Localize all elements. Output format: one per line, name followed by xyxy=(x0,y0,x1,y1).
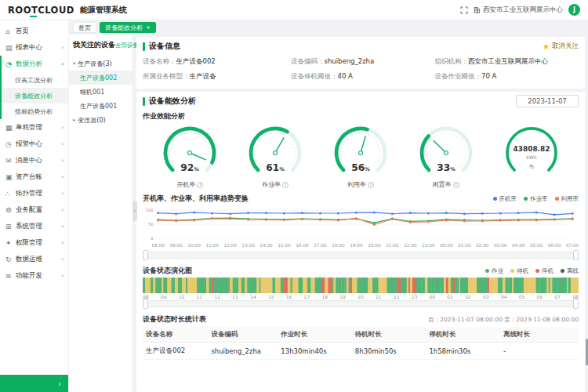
table-cell: shuibeng_2zha xyxy=(208,347,278,355)
chevron-down-icon: ∨ xyxy=(61,142,64,146)
slider-handle-right[interactable] xyxy=(573,250,579,260)
org-switcher[interactable]: 西安市工业互联网展示中心 xyxy=(474,5,563,15)
svg-text:20:00: 20:00 xyxy=(368,243,381,248)
sidebar-collapse-button[interactable]: ‹ xyxy=(0,375,68,392)
svg-text:50: 50 xyxy=(148,222,154,227)
legend-开机率[interactable]: 开机率 xyxy=(493,195,517,203)
axis-tick-label: 02 xyxy=(465,294,471,299)
sidebar-item-report[interactable]: ▤报表中心∨ xyxy=(2,39,68,56)
svg-text:14:00: 14:00 xyxy=(260,243,273,248)
info-icon[interactable]: i xyxy=(197,182,203,188)
watched-devices-title: 我关注的设备 xyxy=(73,40,115,50)
sidebar-item-analysis[interactable]: ◔数据分析∧ xyxy=(2,56,68,72)
watched-devices-panel: 我关注的设备 全部设备 ▾生产设备(3)生产设备002螺机001生产设备001▸… xyxy=(69,34,133,392)
top-header: ROOTCLOUD 能源管理系统 西安市工业互联网展示中心 J xyxy=(0,0,588,20)
sidebar-item-consumption[interactable]: ▦单耗管理∨ xyxy=(2,119,68,136)
table-cell: 生产设备002 xyxy=(143,347,208,356)
svg-text:61%: 61% xyxy=(266,163,285,174)
legend-停机[interactable]: 停机 xyxy=(535,267,554,275)
chevron-down-icon: ∨ xyxy=(61,208,64,212)
status-zoom-slider[interactable] xyxy=(143,300,579,307)
info-icon[interactable]: i xyxy=(368,182,374,188)
axis-tick-label: 01 xyxy=(447,294,453,299)
chevron-up-icon: ∧ xyxy=(61,62,64,66)
axis-tick-label: 04 xyxy=(501,294,507,299)
topology-icon: ∴ xyxy=(5,190,14,198)
svg-text:56%: 56% xyxy=(351,163,370,174)
sidebar-subitem[interactable]: 指标趋势分析 xyxy=(2,103,68,119)
legend-离线[interactable]: 离线 xyxy=(561,267,579,275)
sidebar-item-dataops[interactable]: ↻数据运维∨ xyxy=(2,251,68,267)
home-icon: ⌂ xyxy=(5,27,14,35)
device-tree-group[interactable]: ▸变压器(0) xyxy=(69,113,132,127)
date-picker[interactable]: 2023-11-07 xyxy=(516,95,579,107)
svg-text:15:00: 15:00 xyxy=(278,243,291,248)
tab-active[interactable]: 设备能效分析× xyxy=(100,22,156,33)
gauge-dial: 61% xyxy=(238,123,312,186)
tab-item[interactable]: 首页 xyxy=(73,22,96,33)
svg-text:92%: 92% xyxy=(181,163,200,174)
sidebar-item-dev[interactable]: ≡功能开发∨ xyxy=(2,267,68,284)
chevron-left-icon: ‹ xyxy=(58,379,61,388)
svg-text:100: 100 xyxy=(145,208,154,212)
sidebar-item-asset[interactable]: ▣资产台账∨ xyxy=(2,169,68,185)
trend-line-chart[interactable]: 05010008:0009:0010:0011:0012:0013:0014:0… xyxy=(136,205,585,251)
info-icon[interactable]: i xyxy=(282,182,289,188)
system-icon: ⊞ xyxy=(5,223,14,230)
legend-dot xyxy=(524,197,528,201)
sidebar-subitem[interactable]: 仪表工况分析 xyxy=(2,72,68,88)
axis-tick-label: 12 xyxy=(214,294,220,299)
section-accent-bar xyxy=(143,97,145,106)
unfollow-button[interactable]: ★ 取消关注 xyxy=(543,42,579,51)
svg-text:09:00: 09:00 xyxy=(169,243,183,248)
svg-text:kWh: kWh xyxy=(526,154,537,160)
slider-handle-left[interactable] xyxy=(143,250,148,260)
performance-subtitle: 作业效能分析 xyxy=(136,111,585,122)
axis-tick-label: 10 xyxy=(179,294,185,299)
avatar[interactable]: J xyxy=(568,4,580,16)
axis-tick-label: 00 xyxy=(430,294,436,299)
table-row[interactable]: 生产设备002shuibeng_2zha13h30min40s8h30min50… xyxy=(143,343,579,360)
app-window: ROOTCLOUD 能源管理系统 西安市工业互联网展示中心 J ⌂首页▤报表中心… xyxy=(0,0,588,392)
close-icon[interactable]: × xyxy=(146,24,151,31)
legend-待机[interactable]: 待机 xyxy=(510,267,528,275)
table-col-header: 待机时长 xyxy=(352,330,426,339)
sidebar-item-message[interactable]: ✉消息中心∨ xyxy=(2,152,68,169)
building-icon xyxy=(474,6,481,13)
main-sidebar: ⌂首页▤报表中心∨◔数据分析∧仪表工况分析设备能效分析指标趋势分析▦单耗管理∨◷… xyxy=(0,20,69,392)
sidebar-item-topology[interactable]: ∴拓扑管理∨ xyxy=(2,185,68,201)
axis-tick-label: 21 xyxy=(376,294,382,299)
sidebar-item-alarm[interactable]: ◷报警中心∨ xyxy=(2,136,68,152)
status-strip-chart[interactable] xyxy=(136,278,585,293)
status-duration-table: 设备名称设备编码作业时长待机时长停机时长离线时长 生产设备002shuibeng… xyxy=(143,327,579,360)
sidebar-item-permission[interactable]: ✦权限管理∨ xyxy=(2,234,68,251)
device-tree-group[interactable]: ▾生产设备(3) xyxy=(69,56,132,71)
section-accent-bar xyxy=(143,42,145,51)
sidebar-item-config[interactable]: ⚙业务配置∨ xyxy=(2,201,68,218)
legend-作业率[interactable]: 作业率 xyxy=(524,195,548,203)
legend-利用率[interactable]: 利用率 xyxy=(555,195,579,203)
slider-handle-left[interactable] xyxy=(143,299,148,309)
sidebar-item-system[interactable]: ⊞系统管理∨ xyxy=(2,218,68,234)
svg-text:18:00: 18:00 xyxy=(332,243,345,248)
device-tree-item[interactable]: 生产设备002 xyxy=(69,71,132,85)
device-info-card: 设备信息 ★ 取消关注 设备名称：生产设备002设备编码：shuibeng_2z… xyxy=(136,37,585,89)
info-icon[interactable]: i xyxy=(453,182,459,188)
trend-zoom-slider[interactable] xyxy=(143,252,579,259)
device-tree-item[interactable]: 螺机001 xyxy=(69,85,132,99)
svg-text:21:00: 21:00 xyxy=(386,243,399,248)
sidebar-item-home[interactable]: ⌂首页 xyxy=(2,23,68,39)
legend-作业[interactable]: 作业 xyxy=(485,267,503,275)
slider-handle-right[interactable] xyxy=(573,299,579,309)
chevron-down-icon: ∨ xyxy=(61,274,64,278)
fullscreen-icon[interactable] xyxy=(460,6,468,14)
svg-text:12:00: 12:00 xyxy=(223,243,237,248)
device-tree-item[interactable]: 生产设备001 xyxy=(69,99,132,113)
svg-text:08:00: 08:00 xyxy=(151,243,165,248)
chevron-down-icon: ∨ xyxy=(61,125,64,129)
efficiency-title: 设备能效分析 xyxy=(149,96,196,107)
axis-tick-label: 22 xyxy=(394,294,400,299)
sidebar-subitem[interactable]: 设备能效分析 xyxy=(2,88,68,103)
status-table-range: 自：2023-11-07 08:00:00 至：2023-11-08 08:00… xyxy=(428,316,579,324)
panel-collapse-handle[interactable]: ‹ xyxy=(132,201,137,221)
